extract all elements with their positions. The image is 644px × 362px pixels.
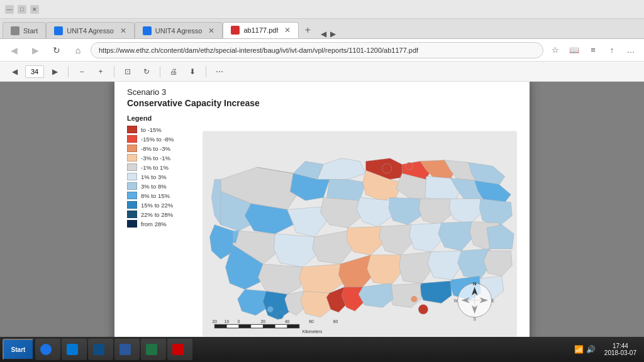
start-button[interactable]: Start	[3, 339, 34, 360]
fit-page-button[interactable]: ⊡	[119, 65, 136, 79]
legend-item: 8% to 15%	[127, 192, 203, 199]
reading-view-button[interactable]: 📖	[566, 42, 582, 58]
favorites-button[interactable]: ☆	[547, 42, 564, 58]
address-text: https://www.ethz.ch/content/dam/ethz/spe…	[99, 47, 418, 54]
tab-unit4-1[interactable]: UNIT4 Agresso ✕	[46, 22, 135, 38]
legend-item-label: 1% to 3%	[141, 173, 167, 180]
legend-item: 22% to 28%	[127, 211, 203, 218]
more-tools-button[interactable]: ⋯	[211, 65, 228, 79]
tab-next-button[interactable]: ▶	[328, 30, 338, 38]
rotate-button[interactable]: ↻	[138, 65, 155, 79]
svg-point-62	[267, 306, 274, 312]
toolbar-separator-3	[160, 66, 160, 77]
pdf-prev-page-button[interactable]: ◀	[6, 65, 23, 79]
taskbar: Start 📶 🔊 17:44 2018-03-07	[0, 337, 644, 362]
svg-point-59	[418, 305, 428, 314]
settings-button[interactable]: …	[623, 42, 639, 58]
svg-text:Kilometers: Kilometers	[303, 329, 323, 334]
svg-text:80: 80	[333, 319, 338, 324]
print-button[interactable]: 🖨	[165, 65, 182, 79]
zoom-out-button[interactable]: −	[74, 65, 90, 79]
svg-text:20: 20	[260, 319, 265, 324]
legend-color-swatch	[127, 173, 137, 180]
legend-item: 1% to 3%	[127, 173, 203, 180]
minimize-button[interactable]: —	[5, 5, 14, 14]
tab-prev-button[interactable]: ◀	[319, 30, 328, 38]
content-area: Scenario 3 Conservative Capacity Increas…	[0, 82, 644, 362]
legend-color-swatch	[127, 192, 137, 199]
legend-item: -8% to -3%	[127, 145, 203, 152]
svg-text:60: 60	[309, 319, 314, 324]
toolbar-separator-4	[206, 66, 206, 77]
tab-close-unit4-1[interactable]: ✕	[120, 26, 126, 35]
tab-pdf[interactable]: ab1177.pdf ✕	[223, 22, 299, 38]
address-bar[interactable]: https://www.ethz.ch/content/dam/ethz/spe…	[91, 42, 543, 58]
svg-rect-76	[239, 324, 251, 328]
legend-item-label: -1% to 1%	[141, 164, 169, 171]
legend-item: from 28%	[127, 220, 203, 228]
legend-color-swatch	[127, 154, 137, 162]
svg-rect-75	[226, 324, 238, 328]
svg-text:S: S	[473, 317, 476, 321]
maximize-button[interactable]: □	[18, 5, 26, 14]
taskbar-tray: 📶 🔊	[572, 345, 598, 354]
nav-bar: ◀ ▶ ↻ ⌂ https://www.ethz.ch/content/dam/…	[0, 39, 644, 62]
nav-icons: ☆ 📖 ≡ ↑ …	[547, 42, 639, 58]
pdf-toolbar: ◀ ▶ − + ⊡ ↻ 🖨 ⬇ ⋯	[0, 62, 644, 82]
legend-item: -15% to -8%	[127, 135, 203, 143]
tab-close-unit4-2[interactable]: ✕	[208, 26, 214, 35]
legend-items: to -15%-15% to -8%-8% to -3%-3% to -1%-1…	[127, 126, 203, 228]
svg-text:E: E	[492, 299, 495, 303]
tab-start[interactable]: Start	[3, 22, 46, 38]
new-tab-button[interactable]: +	[299, 22, 316, 38]
window-controls: — □ ✕	[5, 5, 39, 14]
map-container: Legend to -15%-15% to -8%-8% to -3%-3% t…	[127, 114, 517, 353]
svg-text:W: W	[453, 299, 458, 303]
legend-color-swatch	[127, 126, 137, 133]
title-bar: — □ ✕	[0, 0, 644, 19]
tab-label-unit4-1: UNIT4 Agresso	[67, 27, 114, 35]
legend-color-swatch	[127, 220, 137, 228]
hub-button[interactable]: ≡	[585, 42, 601, 58]
svg-text:N: N	[473, 281, 477, 287]
legend-item: 3% to 8%	[127, 182, 203, 190]
taskbar-edge[interactable]	[62, 339, 87, 360]
home-button[interactable]: ⌂	[69, 41, 87, 59]
svg-rect-74	[214, 324, 226, 328]
svg-text:0: 0	[238, 319, 240, 324]
pdf-next-page-button[interactable]: ▶	[47, 65, 63, 79]
tab-unit4-2[interactable]: UNIT4 Agresso ✕	[135, 22, 223, 38]
pdf-page-num	[25, 65, 44, 78]
tab-favicon-unit4-1	[54, 26, 63, 35]
taskbar-cortana[interactable]	[35, 339, 60, 360]
taskbar-excel[interactable]	[141, 339, 166, 360]
toolbar-separator-2	[114, 66, 114, 77]
legend-item-label: 3% to 8%	[141, 183, 167, 190]
refresh-button[interactable]: ↻	[48, 41, 65, 59]
tab-nav: ◀ ▶	[319, 30, 338, 38]
legend-item-label: -3% to -1%	[141, 155, 170, 162]
choropleth-map: N S E W	[203, 114, 517, 353]
legend-item-label: -8% to -3%	[141, 145, 170, 152]
tab-close-pdf[interactable]: ✕	[284, 26, 291, 35]
svg-rect-80	[287, 324, 299, 328]
share-button[interactable]: ↑	[604, 42, 620, 58]
taskbar-adobe[interactable]	[167, 339, 192, 360]
legend-item-label: 22% to 28%	[141, 211, 173, 218]
taskbar-outlook[interactable]	[88, 339, 113, 360]
svg-rect-78	[263, 324, 275, 328]
edge-icon	[67, 344, 78, 355]
forward-button[interactable]: ▶	[26, 41, 44, 59]
pdf-page-input[interactable]	[25, 65, 44, 78]
legend-item: -1% to 1%	[127, 163, 203, 171]
legend-item-label: -15% to -8%	[141, 136, 174, 143]
zoom-in-button[interactable]: +	[92, 65, 109, 79]
back-button[interactable]: ◀	[5, 41, 23, 59]
close-button[interactable]: ✕	[30, 5, 39, 14]
legend-item: 15% to 22%	[127, 201, 203, 209]
svg-rect-79	[275, 324, 287, 328]
download-button[interactable]: ⬇	[184, 65, 201, 79]
legend-item-label: from 28%	[141, 221, 167, 228]
taskbar-word[interactable]	[114, 339, 140, 360]
toolbar-separator-1	[68, 66, 69, 77]
